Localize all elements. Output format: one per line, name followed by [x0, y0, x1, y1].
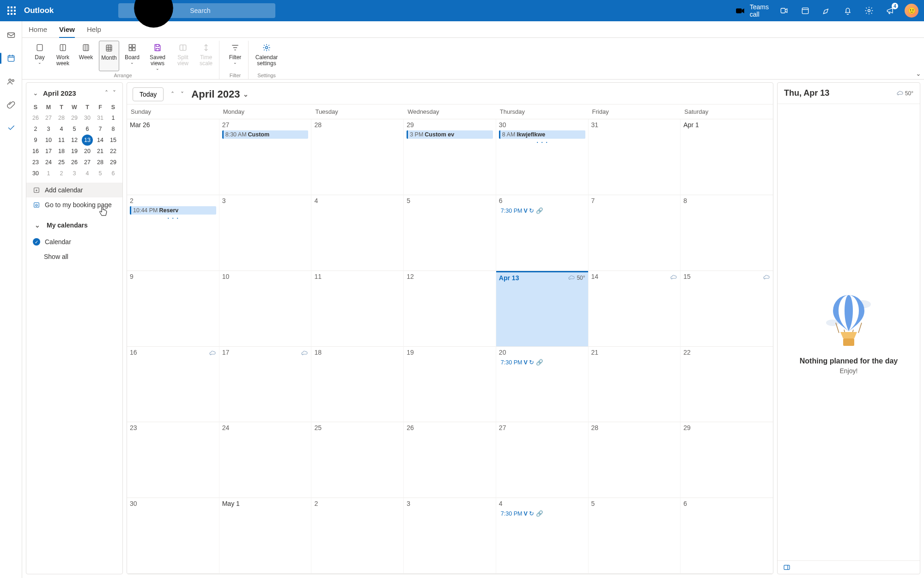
view-month-button[interactable]: Month [99, 41, 119, 71]
add-calendar-button[interactable]: Add calendar [26, 183, 122, 197]
month-cell[interactable]: 30 [127, 498, 219, 574]
calendar-title[interactable]: April 2023 ⌄ [191, 88, 248, 100]
mini-day[interactable]: 7 [94, 123, 107, 135]
month-cell[interactable]: 31 [589, 119, 681, 195]
mini-cal-prev[interactable]: ˄ [103, 87, 110, 98]
calendar-event[interactable]: 8:30 AMCustom [222, 130, 309, 139]
month-cell[interactable]: 293 PMCustom ev [404, 119, 496, 195]
mini-day[interactable]: 28 [94, 157, 107, 168]
settings-button[interactable] [860, 2, 878, 19]
rail-files[interactable] [2, 95, 20, 114]
more-events-button[interactable]: · · · [499, 139, 585, 145]
mini-day[interactable]: 5 [94, 168, 107, 179]
month-cell[interactable]: 278:30 AMCustom [219, 119, 312, 195]
month-cell[interactable]: 24 [219, 422, 312, 498]
calendar-settings-button[interactable]: Calendar settings [254, 41, 279, 67]
calendar-event[interactable]: 3 PMCustom ev [407, 130, 493, 139]
month-cell[interactable]: 10 [219, 271, 312, 347]
month-cell[interactable]: Mar 26 [127, 119, 219, 195]
month-cell[interactable]: 308 AMlkwjeflkwe· · · [496, 119, 589, 195]
rail-mail[interactable] [2, 26, 20, 44]
month-cell[interactable]: 2 [311, 498, 404, 574]
mini-day[interactable]: 3 [42, 123, 55, 135]
month-cell[interactable]: 29 [681, 422, 773, 498]
month-cell[interactable]: 5 [404, 195, 496, 271]
tab-help[interactable]: Help [87, 21, 101, 37]
month-cell[interactable]: 67:30 PMV ↻ 🔗 [496, 195, 589, 271]
month-cell[interactable]: 8 [681, 195, 773, 271]
mini-day[interactable]: 31 [94, 112, 107, 123]
month-cell[interactable]: 15 [681, 271, 773, 347]
mini-day[interactable]: 29 [107, 157, 120, 168]
mini-day[interactable]: 30 [81, 112, 94, 123]
mini-day[interactable]: 2 [29, 123, 42, 135]
cal-next-button[interactable]: ˅ [179, 89, 186, 100]
mini-day[interactable]: 6 [107, 168, 120, 179]
mini-day[interactable]: 25 [55, 157, 68, 168]
mini-day[interactable]: 23 [29, 157, 42, 168]
tips-button[interactable] [818, 2, 835, 19]
tab-home[interactable]: Home [29, 21, 47, 37]
mini-day[interactable]: 26 [68, 157, 81, 168]
mini-day[interactable]: 3 [68, 168, 81, 179]
month-cell[interactable]: 47:30 PMV ↻ 🔗 [496, 498, 589, 574]
mini-day[interactable]: 4 [55, 123, 68, 135]
mini-day[interactable]: 30 [29, 168, 42, 179]
month-cell[interactable]: 207:30 PMV ↻ 🔗 [496, 347, 589, 423]
calendar-event[interactable]: 7:30 PMV ↻ 🔗 [499, 206, 585, 215]
search-input[interactable] [190, 7, 271, 14]
tab-view[interactable]: View [59, 22, 75, 38]
filter-button[interactable]: Filter⌄ [225, 41, 245, 65]
mini-day[interactable]: 24 [42, 157, 55, 168]
mini-day[interactable]: 12 [68, 135, 81, 146]
month-cell[interactable]: 9 [127, 271, 219, 347]
mini-day[interactable]: 5 [68, 123, 81, 135]
whats-new-button[interactable]: 4 [881, 2, 899, 19]
month-cell[interactable]: 21 [589, 347, 681, 423]
meet-now-button[interactable] [775, 2, 793, 19]
month-cell[interactable]: 14 [589, 271, 681, 347]
mini-day[interactable]: 19 [68, 146, 81, 157]
mini-day[interactable]: 4 [81, 168, 94, 179]
mini-day[interactable]: 13 [82, 135, 93, 146]
month-cell[interactable]: 17 [219, 347, 312, 423]
mini-day[interactable]: 26 [29, 112, 42, 123]
panel-toggle-icon[interactable] [782, 564, 791, 571]
mini-day[interactable]: 14 [94, 135, 107, 146]
mini-day[interactable]: 2 [55, 168, 68, 179]
teams-call-button[interactable]: Teams call [732, 3, 772, 18]
calendar-event[interactable]: 7:30 PMV ↻ 🔗 [499, 509, 585, 518]
mini-day[interactable]: 9 [29, 135, 42, 146]
mini-day[interactable]: 16 [29, 146, 42, 157]
mini-day[interactable]: 29 [68, 112, 81, 123]
month-cell[interactable]: Apr 1350° [496, 271, 589, 347]
mini-day[interactable]: 6 [81, 123, 94, 135]
month-cell[interactable]: Apr 1 [681, 119, 773, 195]
mini-day[interactable]: 27 [81, 157, 94, 168]
mini-day[interactable]: 28 [55, 112, 68, 123]
mini-day[interactable]: 22 [107, 146, 120, 157]
view-board-button[interactable]: Board⌄ [122, 41, 142, 71]
mini-day[interactable]: 17 [42, 146, 55, 157]
month-cell[interactable]: 28 [311, 119, 404, 195]
month-cell[interactable]: 3 [219, 195, 312, 271]
month-cell[interactable]: 6 [681, 498, 773, 574]
mini-day[interactable]: 21 [94, 146, 107, 157]
day-view-button[interactable] [796, 2, 814, 19]
mini-day[interactable]: 8 [107, 123, 120, 135]
mini-day[interactable]: 20 [81, 146, 94, 157]
month-cell[interactable]: 210:44 PMReserv· · · [127, 195, 219, 271]
mini-day[interactable]: 27 [42, 112, 55, 123]
mini-cal-next[interactable]: ˅ [111, 87, 118, 98]
month-cell[interactable]: 23 [127, 422, 219, 498]
month-cell[interactable]: 4 [311, 195, 404, 271]
mini-day[interactable]: 1 [42, 168, 55, 179]
ribbon-collapse-button[interactable]: ⌄ [916, 70, 921, 77]
account-button[interactable]: 🙂 [903, 2, 920, 19]
notifications-button[interactable] [839, 2, 857, 19]
month-cell[interactable]: 5 [589, 498, 681, 574]
month-cell[interactable]: 26 [404, 422, 496, 498]
mini-day[interactable]: 10 [42, 135, 55, 146]
rail-people[interactable] [2, 72, 20, 91]
month-cell[interactable]: 28 [589, 422, 681, 498]
